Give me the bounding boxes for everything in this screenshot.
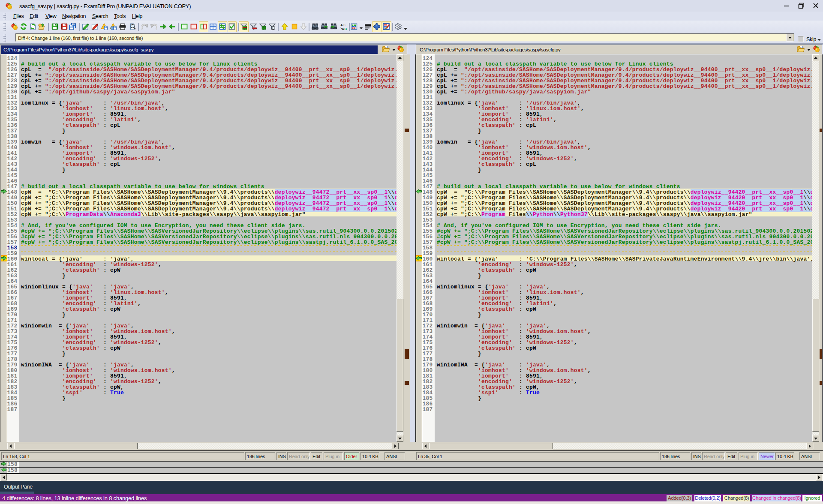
svg-text:B: B <box>345 27 347 30</box>
svg-text:A: A <box>342 27 344 30</box>
